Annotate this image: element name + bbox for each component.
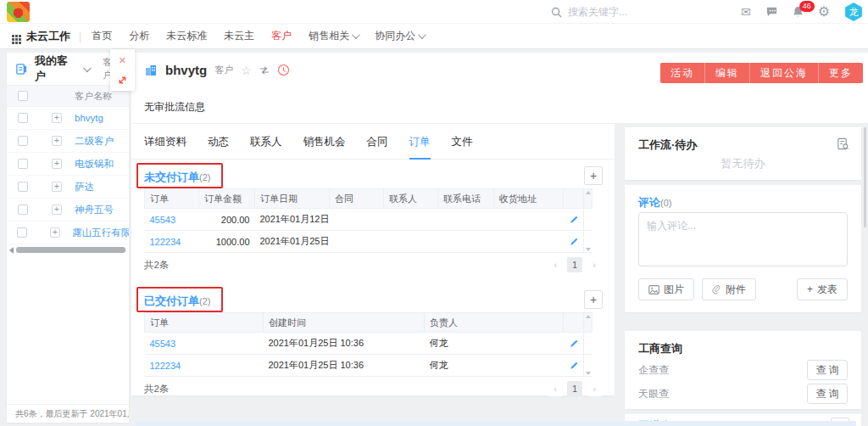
notifications[interactable]: 46 (793, 6, 804, 18)
nav-item-home[interactable]: 首页 (92, 29, 129, 43)
mail-icon[interactable]: ✉ (741, 6, 751, 18)
search-input[interactable] (568, 6, 678, 18)
scroll-down-icon[interactable] (586, 372, 591, 375)
gear-icon[interactable]: ⚙ (818, 5, 830, 19)
table-scrollbar[interactable] (583, 312, 592, 378)
close-icon[interactable]: × (110, 49, 135, 70)
order-link[interactable]: 122234 (150, 361, 181, 371)
customer-row[interactable]: + 二级客户 (7, 130, 129, 153)
column-header-name: 客户名称 (75, 90, 112, 103)
tab-contacts[interactable]: 联系人 (250, 124, 282, 160)
order-row: 122234 1000.00 2021年01月25日 (145, 231, 593, 253)
trend-icon[interactable] (259, 65, 270, 76)
doc-search-icon[interactable] (837, 137, 849, 150)
page-number[interactable]: 1 (567, 381, 582, 396)
expand-plus-icon[interactable]: + (50, 227, 60, 238)
customer-row[interactable]: + bhvytg (7, 107, 129, 130)
tab-activity[interactable]: 动态 (208, 124, 229, 160)
edit-button[interactable]: 编辑 (705, 63, 750, 83)
avatar[interactable]: 龙 (844, 3, 863, 21)
nav-item-customers[interactable]: 客户 (271, 29, 309, 43)
nav-item-standard[interactable]: 未云标准 (166, 29, 224, 43)
expand-plus-icon[interactable]: + (52, 113, 62, 123)
order-link[interactable]: 45543 (150, 215, 176, 225)
table-scrollbar[interactable] (583, 188, 592, 254)
add-delivered-order-button[interactable]: + (584, 290, 603, 309)
scroll-left-icon[interactable] (9, 247, 14, 254)
undelivered-table-footer: 共2条 ‹ 1 › (144, 255, 602, 275)
tab-opportunities[interactable]: 销售机会 (303, 124, 346, 160)
comments-card: 评论(0) 图片 附件 + 发表 (625, 185, 861, 312)
seal-icon[interactable] (277, 64, 290, 76)
publish-button[interactable]: + 发表 (797, 278, 848, 300)
order-link[interactable]: 122234 (150, 237, 181, 247)
tab-details[interactable]: 详细资料 (144, 124, 186, 160)
comment-input[interactable] (638, 212, 848, 266)
row-checkbox[interactable] (18, 159, 28, 169)
select-all-checkbox[interactable] (18, 91, 28, 101)
nav-item-collab[interactable]: 协同办公 (375, 29, 441, 43)
app-screen: ✉ 46 ⚙ 龙 未云工作 | 首页 分析 未云标准 未云主 客户 销售相关 协… (0, 0, 868, 426)
expand-plus-icon[interactable]: + (52, 205, 62, 215)
next-page-icon[interactable]: › (587, 257, 602, 272)
customer-row[interactable]: + 露山五行有限 (7, 221, 129, 244)
nav-item-main[interactable]: 未云主 (224, 29, 271, 43)
scroll-up-icon[interactable] (586, 191, 591, 194)
horizontal-scrollbar[interactable] (7, 246, 129, 254)
qichacha-query-button[interactable]: 查询 (807, 360, 848, 380)
expand-icon[interactable] (110, 70, 135, 90)
scrollbar-thumb[interactable] (16, 247, 125, 253)
customer-name-link[interactable]: 二级客户 (75, 135, 114, 148)
bottom-strip (136, 421, 856, 426)
customer-list-title[interactable]: 我的客户 (35, 53, 76, 84)
nav-item-analysis[interactable]: 分析 (129, 29, 166, 43)
customer-name-link[interactable]: 萨达 (75, 181, 94, 193)
customer-name-link[interactable]: 电饭锅和 (75, 158, 114, 171)
chevron-down-icon[interactable] (83, 64, 92, 72)
global-search[interactable] (551, 0, 678, 24)
row-checkbox[interactable] (18, 113, 28, 123)
app-logo[interactable] (7, 2, 30, 22)
tab-orders[interactable]: 订单 (409, 124, 431, 160)
expand-plus-icon[interactable]: + (52, 136, 62, 146)
row-checkbox[interactable] (18, 136, 28, 146)
attachment-button[interactable]: 附件 (702, 278, 756, 300)
page-number[interactable]: 1 (567, 257, 582, 272)
tab-contracts[interactable]: 合同 (367, 124, 388, 160)
nav-item-sales[interactable]: 销售相关 (309, 29, 375, 43)
row-checkbox[interactable] (17, 227, 27, 238)
add-undelivered-order-button[interactable]: + (584, 166, 603, 185)
expand-plus-icon[interactable]: + (52, 182, 62, 192)
apps-grid-icon[interactable] (12, 35, 14, 37)
action-button-group: 活动 编辑 退回公海 更多 (660, 63, 863, 83)
customer-row[interactable]: + 神舟五号 (7, 199, 129, 221)
brand-title[interactable]: 未云工作 (26, 29, 70, 44)
nav-divider: | (79, 31, 81, 42)
order-link[interactable]: 45543 (150, 339, 176, 349)
prev-page-icon[interactable]: ‹ (548, 257, 563, 272)
col-date: 订单日期 (255, 189, 330, 209)
activity-button[interactable]: 活动 (660, 63, 705, 83)
tianyancha-query-button[interactable]: 查询 (807, 384, 848, 404)
prev-page-icon[interactable]: ‹ (548, 381, 563, 396)
customer-name-link[interactable]: 露山五行有限 (72, 227, 129, 239)
tab-files[interactable]: 文件 (452, 124, 473, 160)
star-icon[interactable]: ☆ (241, 64, 252, 77)
customer-name-link[interactable]: 神舟五号 (75, 204, 114, 216)
paperclip-icon (712, 284, 721, 294)
expand-plus-icon[interactable]: + (52, 159, 62, 169)
row-checkbox[interactable] (18, 182, 28, 192)
scroll-up-icon[interactable] (586, 315, 591, 318)
customer-name-link[interactable]: bhvytg (75, 113, 103, 123)
right-scrollbar-thumb[interactable] (864, 127, 866, 227)
chat-icon[interactable] (765, 6, 778, 18)
return-to-pool-button[interactable]: 退回公海 (750, 63, 819, 83)
customer-row[interactable]: + 电饭锅和 (7, 153, 129, 176)
image-button[interactable]: 图片 (638, 278, 694, 300)
next-page-icon[interactable]: › (587, 381, 602, 396)
more-button[interactable]: 更多 (819, 63, 863, 83)
scroll-down-icon[interactable] (586, 248, 591, 251)
customer-name: bhvytg (165, 63, 207, 77)
customer-row[interactable]: + 萨达 (7, 176, 129, 199)
row-checkbox[interactable] (18, 205, 28, 215)
